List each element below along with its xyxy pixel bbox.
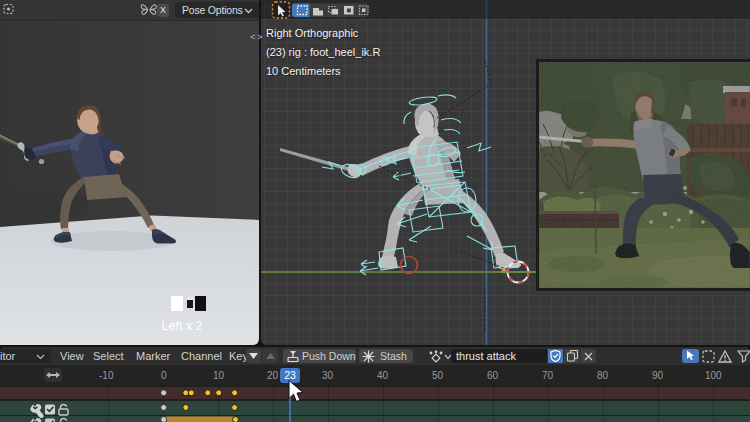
svg-text:Left x 2: Left x 2 (162, 319, 203, 333)
